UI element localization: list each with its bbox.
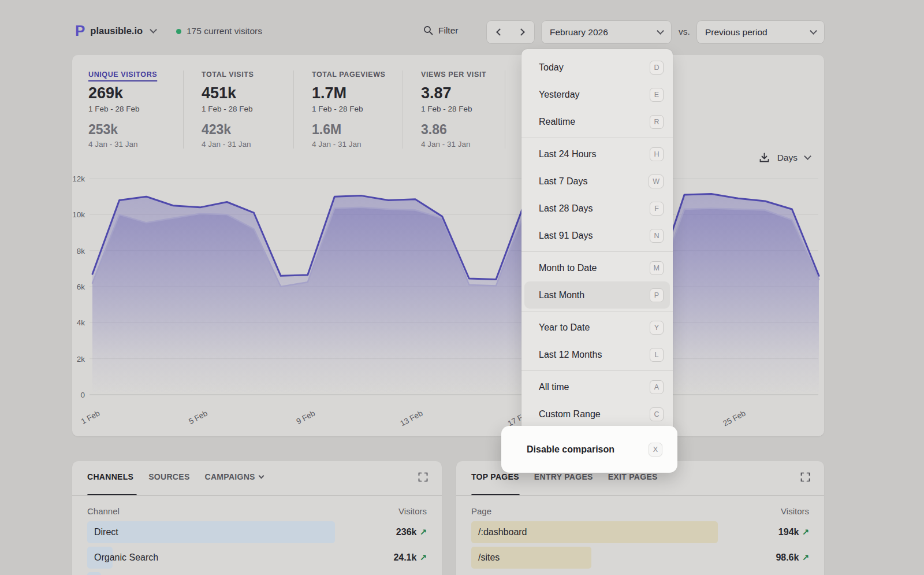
table-row[interactable]: Organic Search 24.1k↗ xyxy=(87,547,427,569)
svg-text:0: 0 xyxy=(80,391,85,399)
expand-icon[interactable] xyxy=(418,472,428,482)
menu-item-today[interactable]: Today D xyxy=(521,54,673,81)
stat-views-per-visit[interactable]: VIEWS PER VISIT 3.87 1 Feb - 28 Feb 3.86… xyxy=(403,71,505,149)
divider xyxy=(521,251,673,252)
channels-tabs: CHANNELS SOURCES CAMPAIGNS xyxy=(87,472,263,481)
stat-total-pageviews[interactable]: TOTAL PAGEVIEWS 1.7M 1 Feb - 28 Feb 1.6M… xyxy=(293,71,403,149)
trend-up-icon: ↗ xyxy=(802,552,809,563)
comparison-select[interactable]: Previous period xyxy=(697,21,824,43)
svg-text:9 Feb: 9 Feb xyxy=(295,409,317,425)
plausible-logo-icon: P xyxy=(75,23,85,38)
site-name: plausible.io xyxy=(90,25,143,36)
svg-text:25 Feb: 25 Feb xyxy=(721,409,747,428)
date-range-menu: Today D Yesterday E Realtime R Last 24 H… xyxy=(521,49,673,432)
trend-up-icon: ↗ xyxy=(802,527,809,537)
date-range-select[interactable]: February 2026 xyxy=(542,21,671,43)
tab-sources[interactable]: SOURCES xyxy=(148,472,189,481)
shortcut-key: D xyxy=(650,61,664,75)
date-range-value: February 2026 xyxy=(550,27,608,38)
filter-button[interactable]: Filter xyxy=(423,25,458,36)
table-row[interactable]: /:dashboard 194k↗ xyxy=(471,521,809,543)
search-icon xyxy=(423,25,434,36)
svg-text:5 Feb: 5 Feb xyxy=(187,409,209,425)
date-pager xyxy=(487,21,534,43)
top-stats: UNIQUE VISITORS 269k 1 Feb - 28 Feb 253k… xyxy=(88,71,539,149)
chevron-right-icon[interactable] xyxy=(517,28,525,36)
shortcut-key: L xyxy=(650,348,664,362)
shortcut-key: F xyxy=(650,202,664,216)
tab-channels[interactable]: CHANNELS xyxy=(87,472,133,481)
svg-text:1 Feb: 1 Feb xyxy=(80,409,102,425)
chevron-down-icon xyxy=(150,26,157,34)
tab-top-pages[interactable]: TOP PAGES xyxy=(471,472,519,481)
trend-up-icon: ↗ xyxy=(419,527,427,537)
dashboard-page: P plausible.io 175 current visitors Filt… xyxy=(0,0,924,575)
site-switcher[interactable]: P plausible.io xyxy=(75,23,156,38)
chevron-left-icon[interactable] xyxy=(496,28,504,36)
table-row[interactable] xyxy=(87,572,427,575)
chevron-down-icon xyxy=(810,27,817,35)
row-bar xyxy=(87,521,335,543)
pages-card: TOP PAGES ENTRY PAGES EXIT PAGES Page Vi… xyxy=(456,461,824,575)
shortcut-key: A xyxy=(650,380,664,394)
shortcut-key: X xyxy=(649,443,662,457)
shortcut-key: R xyxy=(650,115,664,129)
shortcut-key: M xyxy=(650,261,664,275)
menu-item-disable-comparison[interactable]: Disable comparison X xyxy=(501,436,677,463)
menu-item-all-time[interactable]: All time A xyxy=(521,373,673,400)
chevron-down-icon xyxy=(804,153,811,160)
menu-item-custom-range[interactable]: Custom Range C xyxy=(521,400,673,428)
tab-campaigns[interactable]: CAMPAIGNS xyxy=(205,472,263,481)
svg-text:13 Feb: 13 Feb xyxy=(398,409,424,428)
shortcut-key: E xyxy=(650,88,664,102)
shortcut-key: P xyxy=(650,288,664,302)
svg-text:6k: 6k xyxy=(77,283,85,291)
svg-text:10k: 10k xyxy=(72,210,85,219)
table-row[interactable]: Direct 236k↗ xyxy=(87,521,427,543)
svg-text:4k: 4k xyxy=(77,318,85,327)
divider xyxy=(521,370,673,371)
menu-item-last-24-hours[interactable]: Last 24 Hours H xyxy=(521,140,673,168)
comparison-value: Previous period xyxy=(705,27,767,38)
pages-table-header: Page Visitors xyxy=(471,506,809,516)
divider xyxy=(72,495,442,496)
menu-item-yesterday[interactable]: Yesterday E xyxy=(521,81,673,108)
channels-table-header: Channel Visitors xyxy=(87,506,427,516)
menu-item-month-to-date[interactable]: Month to Date M xyxy=(521,254,673,281)
menu-item-last-7-days[interactable]: Last 7 Days W xyxy=(521,168,673,195)
visitors-chart[interactable]: 02k4k6k8k10k12k1 Feb5 Feb9 Feb13 Feb17 F… xyxy=(72,173,824,433)
tab-exit-pages[interactable]: EXIT PAGES xyxy=(608,472,658,481)
menu-item-year-to-date[interactable]: Year to Date Y xyxy=(521,314,673,341)
divider xyxy=(521,311,673,311)
vs-label: vs. xyxy=(679,27,690,37)
filter-label: Filter xyxy=(438,25,458,36)
interval-value[interactable]: Days xyxy=(777,153,798,163)
divider xyxy=(521,138,673,138)
shortcut-key: W xyxy=(649,175,664,188)
expand-icon[interactable] xyxy=(800,472,810,482)
menu-item-last-28-days[interactable]: Last 28 Days F xyxy=(521,195,673,222)
stat-total-visits[interactable]: TOTAL VISITS 451k 1 Feb - 28 Feb 423k 4 … xyxy=(183,71,293,149)
shortcut-key: H xyxy=(650,147,664,161)
menu-item-realtime[interactable]: Realtime R xyxy=(521,108,673,135)
shortcut-key: Y xyxy=(650,321,664,335)
trend-up-icon: ↗ xyxy=(419,552,427,563)
analytics-card: UNIQUE VISITORS 269k 1 Feb - 28 Feb 253k… xyxy=(72,55,824,436)
table-row[interactable]: /sites 98.6k↗ xyxy=(471,547,809,569)
current-visitors[interactable]: 175 current visitors xyxy=(176,26,262,36)
svg-text:8k: 8k xyxy=(77,247,85,255)
shortcut-key: N xyxy=(650,229,664,243)
divider xyxy=(456,495,824,496)
tab-entry-pages[interactable]: ENTRY PAGES xyxy=(534,472,593,481)
menu-item-last-month[interactable]: Last Month P xyxy=(524,281,670,309)
download-icon[interactable] xyxy=(759,152,770,163)
row-bar xyxy=(87,572,101,575)
menu-item-last-12-months[interactable]: Last 12 Months L xyxy=(521,341,673,368)
menu-item-last-91-days[interactable]: Last 91 Days N xyxy=(521,222,673,249)
chevron-down-icon xyxy=(657,27,664,35)
pages-table: /:dashboard 194k↗ /sites 98.6k↗ xyxy=(471,521,809,572)
svg-text:12k: 12k xyxy=(72,175,85,183)
stat-unique-visitors[interactable]: UNIQUE VISITORS 269k 1 Feb - 28 Feb 253k… xyxy=(88,71,183,149)
chevron-down-icon xyxy=(258,473,264,479)
live-dot-icon xyxy=(176,29,181,34)
